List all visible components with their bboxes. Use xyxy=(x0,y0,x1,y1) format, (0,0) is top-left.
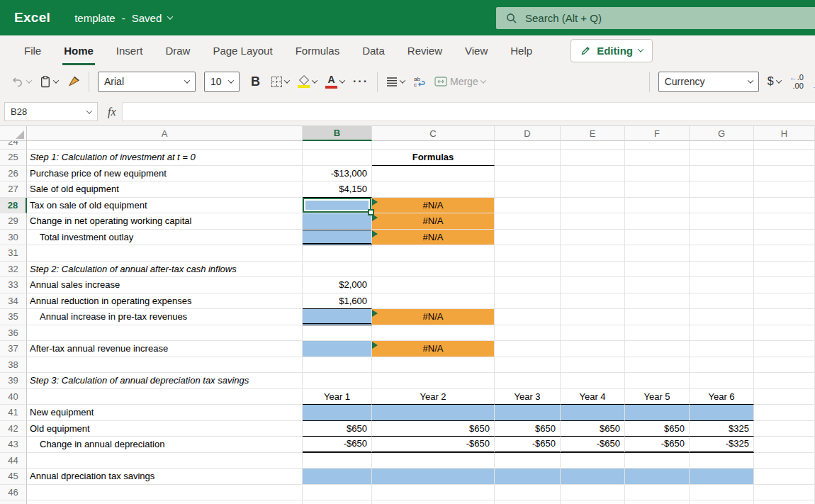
cell-B35[interactable] xyxy=(303,309,372,325)
cell-B33[interactable]: $2,000 xyxy=(303,277,372,293)
cell-B45[interactable] xyxy=(303,469,372,485)
cell-E43[interactable]: -$650 xyxy=(561,437,625,453)
alignment-button[interactable] xyxy=(386,77,405,86)
cell-B27[interactable]: $4,150 xyxy=(303,181,372,198)
decrease-decimal-button[interactable]: ←.0 .00 xyxy=(789,73,804,90)
cell-G27[interactable] xyxy=(690,181,754,198)
row-header-37[interactable]: 37 xyxy=(0,341,27,357)
cell-E45[interactable] xyxy=(561,469,625,485)
cell-E34[interactable] xyxy=(561,293,625,310)
row-header-44[interactable]: 44 xyxy=(0,453,27,469)
column-header-B[interactable]: B xyxy=(303,126,372,141)
cell-B46[interactable] xyxy=(303,485,372,501)
cell-B30[interactable] xyxy=(303,230,372,246)
cell-E30[interactable] xyxy=(561,230,625,246)
cell-B41[interactable] xyxy=(303,405,372,421)
cell-C36[interactable] xyxy=(372,325,495,342)
cell-D34[interactable] xyxy=(495,293,561,310)
cell-G43[interactable]: -$325 xyxy=(690,437,754,453)
cell-D36[interactable] xyxy=(495,325,561,342)
editing-mode-button[interactable]: Editing xyxy=(570,39,653,62)
cell-F45[interactable] xyxy=(625,469,690,485)
column-header-D[interactable]: D xyxy=(495,126,561,141)
cell-D42[interactable]: $650 xyxy=(495,421,561,437)
row-header-43[interactable]: 43 xyxy=(0,437,27,453)
cell-A26[interactable]: Purchase price of new equipment xyxy=(27,166,303,182)
cell-A32[interactable]: Step 2: Calculation of annual after-tax … xyxy=(27,262,303,278)
cell-F25[interactable] xyxy=(625,150,690,166)
cell-C46[interactable] xyxy=(372,485,495,501)
row-header-41[interactable]: 41 xyxy=(0,405,27,421)
cell-D46[interactable] xyxy=(495,485,561,501)
fill-color-button[interactable] xyxy=(298,75,317,88)
cell-C42[interactable]: $650 xyxy=(372,421,495,437)
cell-H42[interactable] xyxy=(754,421,815,437)
search-input[interactable] xyxy=(525,12,780,24)
cell-E28[interactable] xyxy=(561,198,625,214)
cell-G24[interactable] xyxy=(690,141,754,150)
cell-A37[interactable]: After-tax annual revenue increase xyxy=(27,341,303,357)
cell-E39[interactable] xyxy=(561,373,625,389)
cell-D45[interactable] xyxy=(495,469,561,485)
cell-F34[interactable] xyxy=(625,293,690,310)
cell-D33[interactable] xyxy=(495,277,561,293)
row-header-38[interactable]: 38 xyxy=(0,357,27,374)
wrap-text-button[interactable]: ab c xyxy=(413,76,426,87)
row-header-36[interactable]: 36 xyxy=(0,325,27,342)
paste-button[interactable] xyxy=(40,76,58,88)
cell-D31[interactable] xyxy=(495,245,561,262)
cell-G41[interactable] xyxy=(690,405,754,421)
cell-G25[interactable] xyxy=(690,150,754,166)
cell-A33[interactable]: Annual sales increase xyxy=(27,277,303,293)
tab-help[interactable]: Help xyxy=(499,35,544,65)
cell-F40[interactable]: Year 5 xyxy=(625,389,690,405)
row-header-45[interactable]: 45 xyxy=(0,469,27,485)
cell-A43[interactable]: Change in annual depreciation xyxy=(27,437,303,453)
cell-C43[interactable]: -$650 xyxy=(372,437,495,453)
cell-B31[interactable] xyxy=(303,245,372,262)
save-status[interactable]: Saved xyxy=(132,12,162,24)
select-all-corner[interactable] xyxy=(0,126,27,141)
cell-G39[interactable] xyxy=(690,373,754,389)
number-format-combobox[interactable]: Currency xyxy=(658,72,759,92)
cell-F27[interactable] xyxy=(625,181,690,198)
cell-B24[interactable] xyxy=(303,141,372,150)
cell-F38[interactable] xyxy=(625,357,690,374)
row-header-24[interactable]: 24 xyxy=(0,141,27,150)
cell-B42[interactable]: $650 xyxy=(303,421,372,437)
cell-F33[interactable] xyxy=(625,277,690,293)
cell-C28[interactable]: #N/A xyxy=(372,198,495,214)
cell-F26[interactable] xyxy=(625,166,690,182)
cell-B38[interactable] xyxy=(303,357,372,374)
cell-G26[interactable] xyxy=(690,166,754,182)
cell-G42[interactable]: $325 xyxy=(690,421,754,437)
cell-F30[interactable] xyxy=(625,230,690,246)
cell-B44[interactable] xyxy=(303,453,372,469)
cell-G46[interactable] xyxy=(690,485,754,501)
cell-E32[interactable] xyxy=(561,262,625,278)
undo-button[interactable] xyxy=(11,77,31,87)
tab-home[interactable]: Home xyxy=(52,35,105,65)
cell-H30[interactable] xyxy=(754,230,815,246)
cell-G37[interactable] xyxy=(690,341,754,357)
tab-draw[interactable]: Draw xyxy=(154,35,201,65)
row-header-27[interactable]: 27 xyxy=(0,181,27,198)
row-header-29[interactable]: 29 xyxy=(0,213,27,230)
cell-D29[interactable] xyxy=(495,213,561,230)
cell-E27[interactable] xyxy=(561,181,625,198)
cell-D44[interactable] xyxy=(495,453,561,469)
cell-G44[interactable] xyxy=(690,453,754,469)
cell-B43[interactable]: -$650 xyxy=(303,437,372,453)
formula-input[interactable] xyxy=(122,102,815,121)
cell-H32[interactable] xyxy=(754,262,815,278)
currency-format-button[interactable]: $ xyxy=(768,75,781,88)
tab-data[interactable]: Data xyxy=(351,35,396,65)
cell-C26[interactable] xyxy=(372,166,495,182)
cell-H34[interactable] xyxy=(754,293,815,310)
column-header-C[interactable]: C xyxy=(372,126,495,141)
cell-F36[interactable] xyxy=(625,325,690,342)
cell-H33[interactable] xyxy=(754,277,815,293)
cell-F42[interactable]: $650 xyxy=(625,421,690,437)
cell-C35[interactable]: #N/A xyxy=(372,309,495,325)
tab-insert[interactable]: Insert xyxy=(105,35,154,65)
